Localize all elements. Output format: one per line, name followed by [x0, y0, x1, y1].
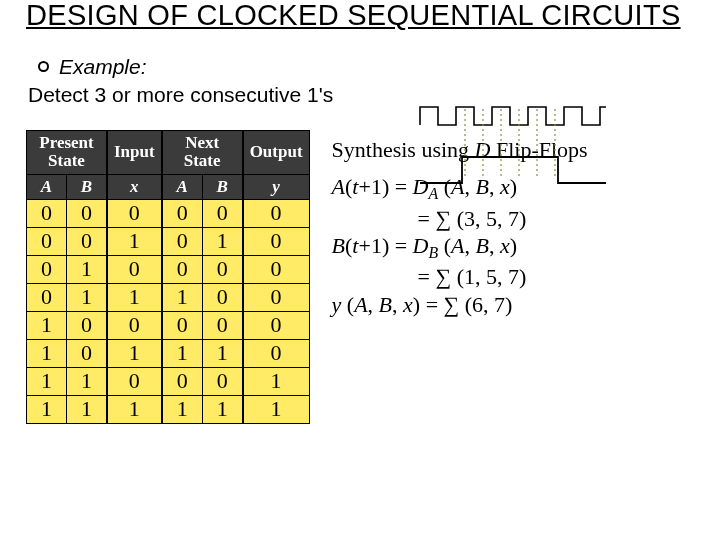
- bullet-row: Example:: [38, 53, 694, 80]
- bullet-icon: [38, 61, 49, 72]
- table-row: 000000: [27, 199, 310, 227]
- col-output: Output: [243, 130, 309, 174]
- sub-A1: A: [27, 174, 67, 199]
- table-row: 100000: [27, 311, 310, 339]
- timing-diagram: [418, 103, 608, 189]
- table-row: 111111: [27, 395, 310, 423]
- example-block: Example: Detect 3 or more consecutive 1'…: [26, 53, 694, 108]
- example-label: Example:: [59, 53, 147, 80]
- sub-x: x: [107, 174, 162, 199]
- state-table: Present State Input Next State Output A …: [26, 130, 310, 424]
- page-title: DESIGN OF CLOCKED SEQUENTIAL CIRCUITS: [26, 0, 694, 31]
- waveform-icon: [418, 103, 608, 189]
- table-row: 001010: [27, 227, 310, 255]
- eq-A-sum: = ∑ (3, 5, 7): [332, 205, 588, 233]
- table-row: 110001: [27, 367, 310, 395]
- sub-B2: B: [202, 174, 243, 199]
- col-present-state: Present State: [27, 130, 108, 174]
- table-row: 010000: [27, 255, 310, 283]
- sub-B1: B: [67, 174, 108, 199]
- col-next-state: Next State: [162, 130, 243, 174]
- sub-y: y: [243, 174, 309, 199]
- eq-B: B(t+1) = DB (A, B, x): [332, 232, 588, 263]
- subheader-row: A B x A B y: [27, 174, 310, 199]
- sub-A2: A: [162, 174, 203, 199]
- slide: DESIGN OF CLOCKED SEQUENTIAL CIRCUITS Ex…: [0, 0, 720, 540]
- table-row: 011100: [27, 283, 310, 311]
- header-row: Present State Input Next State Output: [27, 130, 310, 174]
- eq-B-sum: = ∑ (1, 5, 7): [332, 263, 588, 291]
- col-input: Input: [107, 130, 162, 174]
- state-table-body: 000000 001010 010000 011100 100000 10111…: [27, 199, 310, 423]
- table-row: 101110: [27, 339, 310, 367]
- eq-y: y (A, B, x) = ∑ (6, 7): [332, 291, 588, 319]
